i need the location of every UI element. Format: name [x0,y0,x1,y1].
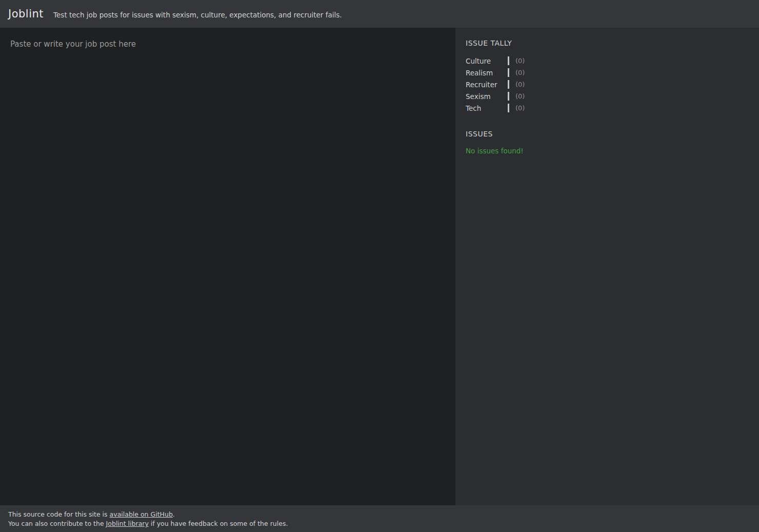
footer-text: This source code for this site is [8,510,110,518]
app-subtitle: Test tech job posts for issues with sexi… [53,9,342,19]
tally-label: Realism [466,69,508,77]
tally-bar [508,92,509,101]
issues-empty-message: No issues found! [466,147,749,155]
github-link[interactable]: available on GitHub [110,510,173,518]
footer-line-2: You can also contribute to the Joblint l… [8,519,751,528]
footer-line-1: This source code for this site is availa… [8,510,751,519]
tally-bar [508,104,509,112]
tally-count: (0) [515,92,525,100]
tally-count: (0) [515,81,525,88]
footer-text: You can also contribute to the [8,520,106,527]
tally-bar [508,56,509,65]
tally-row-tech: Tech (0) [466,102,749,114]
job-post-input[interactable] [0,28,455,505]
tally-count: (0) [515,57,525,65]
issue-tally-heading: ISSUE TALLY [466,39,749,47]
tally-label: Culture [466,57,508,65]
issue-tally-list: Culture (0) Realism (0) Recruiter (0) Se… [466,55,749,114]
page-footer: This source code for this site is availa… [0,505,759,532]
tally-row-recruiter: Recruiter (0) [466,78,749,90]
joblint-library-link[interactable]: Joblint library [106,520,149,527]
main-content: ISSUE TALLY Culture (0) Realism (0) Recr… [0,28,759,505]
tally-count: (0) [515,69,525,76]
tally-row-culture: Culture (0) [466,55,749,67]
app-title: Joblint [8,8,44,20]
tally-row-realism: Realism (0) [466,67,749,78]
tally-label: Tech [466,104,508,112]
tally-count: (0) [515,104,525,112]
tally-label: Recruiter [466,81,508,89]
issues-heading: ISSUES [466,130,749,138]
footer-text: if you have feedback on some of the rule… [149,520,288,527]
tally-bar [508,68,509,77]
editor-pane [0,28,455,505]
tally-row-sexism: Sexism (0) [466,90,749,102]
tally-label: Sexism [466,92,508,101]
tally-bar [508,80,509,89]
results-sidebar: ISSUE TALLY Culture (0) Realism (0) Recr… [455,28,759,505]
footer-text: . [173,510,175,518]
app-header: Joblint Test tech job posts for issues w… [0,0,759,28]
